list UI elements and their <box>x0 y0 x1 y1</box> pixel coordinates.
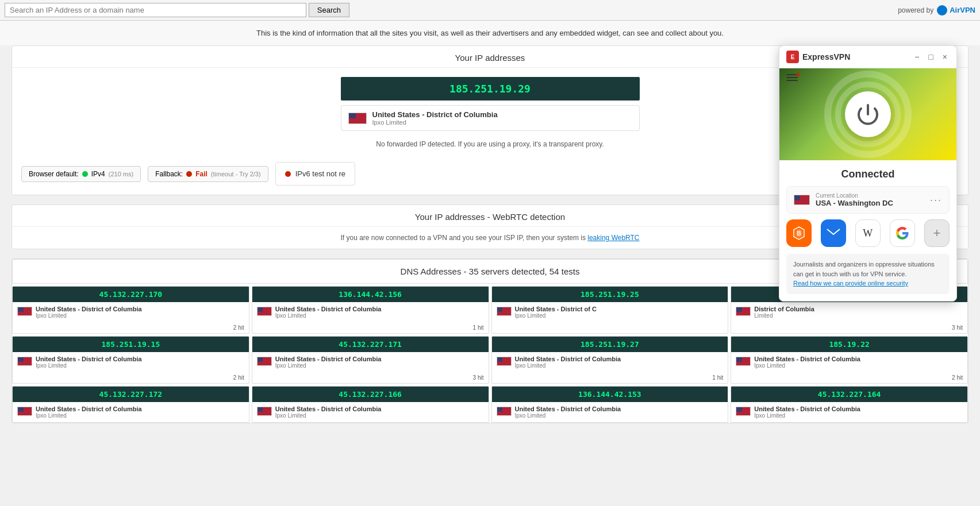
search-button[interactable]: Search <box>309 3 349 17</box>
svg-text:B: B <box>797 230 801 237</box>
dns-location: United States - District of Columbia <box>36 356 244 362</box>
dns-org: Ipxo Limited <box>36 412 244 419</box>
dns-hit-count: 3 hit <box>252 372 489 383</box>
add-shortcut-button[interactable]: + <box>924 219 950 247</box>
location-options-button[interactable]: ··· <box>930 194 942 206</box>
no-forward-text: No forwarded IP detected. If you are usi… <box>341 136 640 153</box>
dns-ip: 185.251.19.27 <box>492 337 728 352</box>
info-text: This is the kind of information that all… <box>0 21 980 45</box>
dns-body: United States - District of Columbia Ipx… <box>252 402 489 422</box>
location-name-text: USA - Washington DC <box>816 199 924 207</box>
main-content: Your IP addresses 185.251.19.29 United S… <box>0 45 980 444</box>
expressvpn-titlebar: E ExpressVPN − □ × <box>779 46 956 68</box>
top-bar: Search powered by AirVPN <box>0 0 980 21</box>
dns-grid: 45.132.227.170 United States - District … <box>12 286 968 423</box>
search-form: Search <box>5 3 349 17</box>
dns-location: United States - District of Columbia <box>754 405 963 412</box>
dns-info: United States - District of Columbia Ipx… <box>275 306 484 319</box>
current-location-label: Current Location <box>816 192 924 199</box>
dns-card: 185.19.22 United States - District of Co… <box>731 336 968 384</box>
dns-card: 45.132.227.166 United States - District … <box>252 386 489 423</box>
dns-org: Ipxo Limited <box>36 312 244 319</box>
fail-status-dot <box>186 171 192 177</box>
expressvpn-overlay: E ExpressVPN − □ × <box>779 45 957 302</box>
dns-location: United States - District of C <box>515 306 724 312</box>
menu-notification-dot <box>796 73 800 76</box>
dns-body: United States - District of Columbia Ipx… <box>13 352 249 372</box>
dns-hit-count: 2 hit <box>731 372 967 383</box>
dns-location: United States - District of Columbia <box>515 356 724 362</box>
dns-location: United States - District of Columbia <box>754 356 963 362</box>
google-icon <box>896 226 909 240</box>
dns-body: United States - District of Columbia Ipx… <box>492 402 728 422</box>
dns-card: 136.144.42.153 United States - District … <box>491 386 729 423</box>
promo-link[interactable]: Read how we can provide online security <box>793 280 908 287</box>
expressvpn-logo-icon: E <box>786 51 799 63</box>
dns-info: United States - District of Columbia Ipx… <box>515 405 724 419</box>
dns-ip: 45.132.227.166 <box>252 387 489 402</box>
dns-card: 185.251.19.15 United States - District o… <box>12 336 249 384</box>
dns-info: United States - District of Columbia Ipx… <box>754 356 963 369</box>
connected-status: Connected <box>779 160 956 186</box>
main-location-row: United States - District of Columbia Ipx… <box>341 105 640 131</box>
dns-location: United States - District of Columbia <box>275 356 484 362</box>
airvpn-logo: AirVPN <box>937 5 975 16</box>
dns-org: Limited <box>754 312 963 319</box>
dns-ip: 185.251.19.15 <box>13 337 249 352</box>
dns-ip: 45.132.227.170 <box>13 287 249 302</box>
current-location-row[interactable]: Current Location USA - Washington DC ··· <box>786 186 950 214</box>
dns-card: 185.251.19.25 United States - District o… <box>491 286 729 334</box>
restore-button[interactable]: □ <box>926 52 935 61</box>
dns-card: 45.132.227.172 United States - District … <box>12 386 249 423</box>
dns-org: Ipxo Limited <box>515 362 724 369</box>
dns-location: United States - District of Columbia <box>36 306 244 312</box>
ipv4-status-dot <box>82 171 88 177</box>
dns-card: 136.144.42.156 United States - District … <box>252 286 489 334</box>
hamburger-menu-button[interactable] <box>786 74 798 81</box>
dns-body: United States - District of Columbia Ipx… <box>492 352 728 372</box>
dns-ip: 136.144.42.153 <box>492 387 728 402</box>
dns-flag-icon <box>497 357 512 366</box>
location-text: United States - District of Columbia Ipx… <box>372 110 632 126</box>
google-shortcut[interactable] <box>890 219 915 247</box>
dns-flag-icon <box>736 307 751 316</box>
main-ip-display: 185.251.19.29 <box>341 77 640 101</box>
power-icon <box>855 102 881 127</box>
dns-org: Ipxo Limited <box>754 362 963 369</box>
dns-info: United States - District of Columbia Ipx… <box>275 405 484 419</box>
dns-card: 45.132.227.171 United States - District … <box>252 336 489 384</box>
webrtc-leak-link[interactable]: leaking WebRTC <box>587 234 639 242</box>
dns-body: United States - District of Columbia Ipx… <box>13 302 249 322</box>
dns-ip: 45.132.227.172 <box>13 387 249 402</box>
close-button[interactable]: × <box>940 52 950 61</box>
dns-ip: 185.251.19.25 <box>492 287 728 302</box>
dns-location: United States - District of Columbia <box>515 405 724 412</box>
dns-hit-count: 2 hit <box>13 372 249 383</box>
dns-card: 45.132.227.170 United States - District … <box>12 286 249 334</box>
fallback-badge: Fallback: Fail (timeout - Try 2/3) <box>148 166 268 182</box>
dns-flag-icon <box>17 357 32 366</box>
dns-info: United States - District of Columbia Ipx… <box>275 356 484 369</box>
dns-hit-count: 2 hit <box>13 322 249 333</box>
dns-body: United States - District of Columbia Ipx… <box>731 402 967 422</box>
brave-shortcut[interactable]: B <box>786 219 812 247</box>
minimize-button[interactable]: − <box>912 52 921 61</box>
dns-org: Ipxo Limited <box>275 362 484 369</box>
dns-hit-count: 3 hit <box>731 322 967 333</box>
dns-org: Ipxo Limited <box>275 412 484 419</box>
email-shortcut[interactable] <box>821 219 846 247</box>
wikipedia-icon: W <box>863 227 873 240</box>
power-button[interactable] <box>845 91 891 137</box>
dns-flag-icon <box>736 407 751 416</box>
airvpn-logo-icon <box>937 5 947 16</box>
dns-location: United States - District of Columbia <box>275 306 484 312</box>
search-input[interactable] <box>5 3 306 17</box>
dns-hit-count: 1 hit <box>252 322 489 333</box>
dns-info: District of Columbia Limited <box>754 306 963 319</box>
dns-ip: 45.132.227.171 <box>252 337 489 352</box>
wikipedia-shortcut[interactable]: W <box>855 219 881 247</box>
dns-flag-icon <box>257 407 272 416</box>
dns-flag-icon <box>497 307 512 316</box>
dns-flag-icon <box>17 407 32 416</box>
dns-org: Ipxo Limited <box>515 412 724 419</box>
